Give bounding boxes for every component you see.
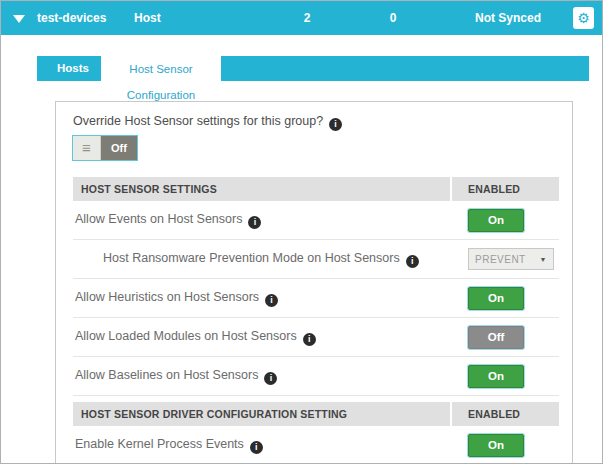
setting-label: Allow Heuristics on Host Sensorsi <box>73 290 452 307</box>
host-type-label: Host <box>134 1 161 35</box>
group-name: test-devices <box>37 1 106 35</box>
info-icon[interactable]: i <box>406 255 419 268</box>
sync-status: Not Synced <box>475 1 541 35</box>
ransomware-prevention-mode-select[interactable]: PREVENT ▼ <box>468 248 554 270</box>
driver-section-header: HOST SENSOR DRIVER CONFIGURATION SETTING… <box>73 402 559 426</box>
table-row: Allow Events on Host Sensorsi On <box>73 201 559 240</box>
topbar-count-2: 0 <box>383 1 403 35</box>
setting-label: Allow Loaded Modules on Host Sensorsi <box>73 329 452 346</box>
gear-icon: ⚙ <box>577 10 590 26</box>
setting-label: Allow Events on Host Sensorsi <box>73 212 452 229</box>
settings-table: HOST SENSOR SETTINGS ENABLED Allow Event… <box>73 177 559 464</box>
allow-loaded-modules-toggle[interactable]: Off <box>468 326 524 349</box>
topbar-count-1: 2 <box>297 1 317 35</box>
toggle-menu-segment[interactable]: ≡ <box>73 136 101 160</box>
table-row: Enable Kernel Process Eventsi On <box>73 426 559 464</box>
table-row: Allow Heuristics on Host Sensorsi On <box>73 279 559 318</box>
info-icon[interactable]: i <box>329 118 342 131</box>
app-frame: test-devices Host 2 0 Not Synced ⚙ Hosts… <box>0 0 603 464</box>
tab-hosts[interactable]: Hosts <box>45 56 101 81</box>
allow-baselines-toggle[interactable]: On <box>468 365 524 388</box>
allow-events-toggle[interactable]: On <box>468 209 524 232</box>
enabled-column-header: ENABLED <box>452 402 559 426</box>
setting-label: Host Ransomware Prevention Mode on Host … <box>73 251 452 268</box>
info-icon[interactable]: i <box>265 294 278 307</box>
chevron-down-icon: ▼ <box>540 256 547 263</box>
enabled-column-header: ENABLED <box>452 177 559 201</box>
settings-section-header: HOST SENSOR SETTINGS ENABLED <box>73 177 559 201</box>
table-row: Allow Baselines on Host Sensorsi On <box>73 357 559 396</box>
info-icon[interactable]: i <box>264 372 277 385</box>
menu-icon: ≡ <box>82 139 91 156</box>
setting-label: Enable Kernel Process Eventsi <box>73 437 452 454</box>
section-title: HOST SENSOR SETTINGS <box>73 177 450 201</box>
toggle-state-label[interactable]: Off <box>101 136 137 160</box>
info-icon[interactable]: i <box>303 333 316 346</box>
allow-heuristics-toggle[interactable]: On <box>468 287 524 310</box>
host-sensor-configuration-panel: Override Host Sensor settings for this g… <box>55 101 573 464</box>
section-title: HOST SENSOR DRIVER CONFIGURATION SETTING <box>73 402 450 426</box>
table-row: Allow Loaded Modules on Host Sensorsi Of… <box>73 318 559 357</box>
override-toggle[interactable]: ≡ Off <box>73 136 137 160</box>
settings-gear-button[interactable]: ⚙ <box>573 7 594 29</box>
setting-label: Allow Baselines on Host Sensorsi <box>73 368 452 385</box>
table-row: Host Ransomware Prevention Mode on Host … <box>73 240 559 279</box>
group-header-bar: test-devices Host 2 0 Not Synced ⚙ <box>1 1 602 35</box>
kernel-process-events-toggle[interactable]: On <box>468 434 524 457</box>
tab-host-sensor-configuration[interactable]: Host Sensor Configuration <box>101 56 221 84</box>
collapse-caret-icon[interactable] <box>13 15 25 23</box>
override-question-label: Override Host Sensor settings for this g… <box>73 114 342 131</box>
tab-bar: Hosts Host Sensor Configuration <box>37 56 589 81</box>
select-value: PREVENT <box>475 254 526 265</box>
info-icon[interactable]: i <box>250 441 263 454</box>
override-question-text: Override Host Sensor settings for this g… <box>73 114 323 128</box>
info-icon[interactable]: i <box>248 216 261 229</box>
